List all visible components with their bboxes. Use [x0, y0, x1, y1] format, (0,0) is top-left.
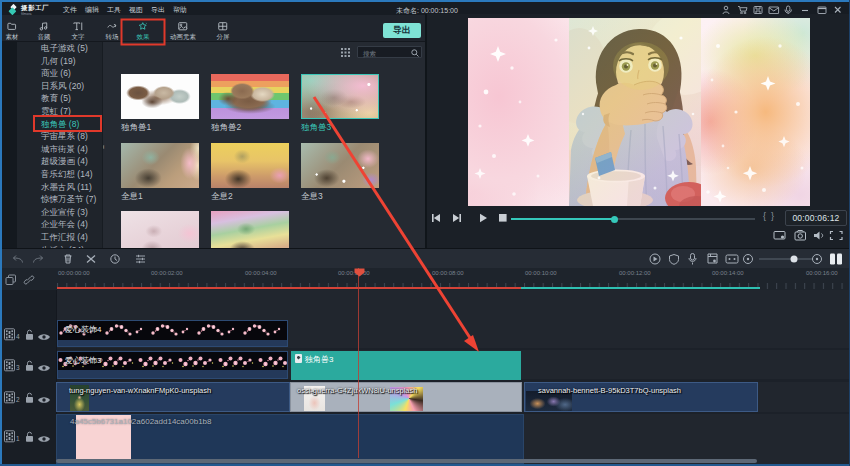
- svg-text:3: 3: [16, 364, 20, 371]
- svg-text:2: 2: [16, 396, 20, 403]
- svg-text:4: 4: [16, 333, 20, 340]
- svg-text:1: 1: [16, 435, 20, 442]
